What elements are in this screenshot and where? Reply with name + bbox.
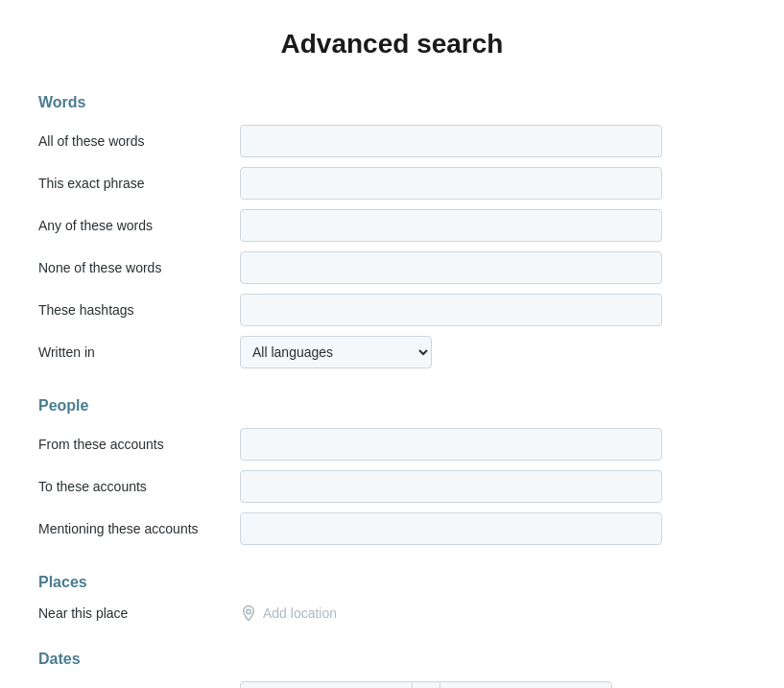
mentioning-accounts-label: Mentioning these accounts (38, 521, 240, 536)
any-words-input[interactable] (240, 209, 662, 242)
from-accounts-input[interactable] (240, 428, 662, 461)
all-words-input[interactable] (240, 125, 662, 157)
hashtags-input[interactable] (240, 294, 662, 326)
language-select[interactable]: All languages English Spanish French Ger… (240, 336, 432, 368)
date-from-input[interactable] (240, 681, 413, 688)
exact-phrase-label: This exact phrase (38, 176, 240, 191)
places-section: Places Near this place Add location (38, 574, 746, 622)
language-row: Written in All languages English Spanish… (38, 336, 746, 368)
to-accounts-label: To these accounts (38, 479, 240, 494)
exact-phrase-row: This exact phrase (38, 167, 746, 200)
to-accounts-input[interactable] (240, 470, 662, 503)
mentioning-accounts-input[interactable] (240, 512, 662, 545)
date-to-separator: to (413, 681, 440, 688)
any-words-row: Any of these words (38, 209, 746, 242)
add-location-button[interactable]: Add location (240, 605, 337, 622)
words-heading: Words (38, 94, 746, 111)
hashtags-row: These hashtags (38, 294, 746, 326)
exact-phrase-input[interactable] (240, 167, 662, 200)
mentioning-accounts-row: Mentioning these accounts (38, 512, 746, 545)
near-place-row: Near this place Add location (38, 605, 746, 622)
none-words-label: None of these words (38, 260, 240, 275)
places-heading: Places (38, 574, 746, 591)
dates-section: Dates From this date to (38, 651, 746, 688)
dates-heading: Dates (38, 651, 746, 668)
none-words-input[interactable] (240, 251, 662, 284)
all-words-label: All of these words (38, 133, 240, 149)
svg-point-0 (247, 609, 251, 614)
page-title: Advanced search (38, 29, 746, 59)
words-section: Words All of these words This exact phra… (38, 94, 746, 368)
to-accounts-row: To these accounts (38, 470, 746, 503)
hashtags-label: These hashtags (38, 302, 240, 318)
date-to-input[interactable] (440, 681, 612, 688)
all-words-row: All of these words (38, 125, 746, 157)
page-container: Advanced search Words All of these words… (0, 0, 784, 688)
near-place-label: Near this place (38, 605, 240, 621)
people-section: People From these accounts To these acco… (38, 397, 746, 545)
date-range-inputs: to (240, 681, 612, 688)
date-range-row: From this date to (38, 681, 746, 688)
add-location-text: Add location (263, 605, 337, 621)
location-pin-icon (240, 605, 257, 622)
people-heading: People (38, 397, 746, 415)
language-label: Written in (38, 344, 240, 360)
none-words-row: None of these words (38, 251, 746, 284)
any-words-label: Any of these words (38, 218, 240, 233)
from-accounts-row: From these accounts (38, 428, 746, 461)
from-accounts-label: From these accounts (38, 437, 240, 452)
